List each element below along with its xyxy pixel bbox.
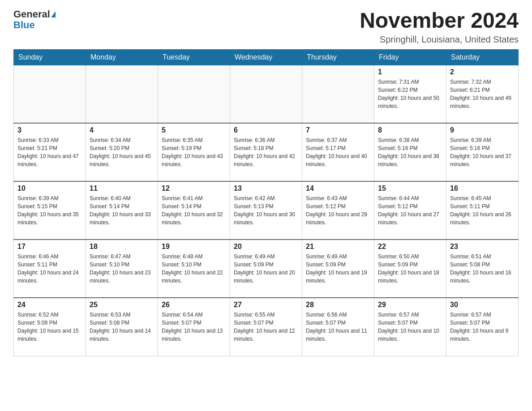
day-number: 21 [306,243,370,251]
day-number: 26 [162,301,226,309]
day-number: 15 [378,184,442,193]
day-number: 20 [234,243,298,251]
day-number: 19 [162,243,226,251]
calendar-header-row: SundayMondayTuesdayWednesdayThursdayFrid… [14,49,519,65]
day-info: Sunrise: 7:32 AMSunset: 6:21 PMDaylight:… [450,78,515,110]
month-year-title: November 2024 [360,9,519,33]
day-info: Sunrise: 6:48 AMSunset: 5:10 PMDaylight:… [162,253,226,285]
weekday-header-thursday: Thursday [302,49,374,65]
weekday-header-tuesday: Tuesday [158,49,230,65]
day-info: Sunrise: 6:45 AMSunset: 5:11 PMDaylight:… [450,194,515,227]
weekday-header-monday: Monday [86,49,158,65]
day-info: Sunrise: 6:34 AMSunset: 5:20 PMDaylight:… [90,136,154,168]
day-number: 16 [450,184,515,193]
calendar-cell: 7Sunrise: 6:37 AMSunset: 5:17 PMDaylight… [302,123,374,181]
calendar-cell: 15Sunrise: 6:44 AMSunset: 5:12 PMDayligh… [374,181,446,240]
day-number: 3 [17,126,82,134]
day-number: 25 [90,301,154,309]
calendar-cell [14,65,86,123]
day-number: 24 [17,301,82,309]
day-info: Sunrise: 6:37 AMSunset: 5:17 PMDaylight:… [306,136,370,168]
day-number: 5 [162,126,226,134]
weekday-header-sunday: Sunday [14,49,86,65]
day-number: 12 [162,184,226,193]
calendar-cell: 20Sunrise: 6:49 AMSunset: 5:09 PMDayligh… [230,240,302,298]
calendar-cell: 19Sunrise: 6:48 AMSunset: 5:10 PMDayligh… [158,240,230,298]
logo-general-text: General [13,9,50,20]
calendar-cell: 10Sunrise: 6:39 AMSunset: 5:15 PMDayligh… [14,181,86,240]
calendar-cell: 2Sunrise: 7:32 AMSunset: 6:21 PMDaylight… [446,65,519,123]
page-header: General Blue November 2024 Springhill, L… [13,9,519,45]
day-info: Sunrise: 6:33 AMSunset: 5:21 PMDaylight:… [17,136,82,168]
calendar-cell: 17Sunrise: 6:46 AMSunset: 5:11 PMDayligh… [14,240,86,298]
calendar-cell [86,65,158,123]
day-number: 18 [90,243,154,251]
calendar-week-row: 10Sunrise: 6:39 AMSunset: 5:15 PMDayligh… [14,181,519,240]
calendar-cell: 28Sunrise: 6:56 AMSunset: 5:07 PMDayligh… [302,298,374,356]
day-info: Sunrise: 6:55 AMSunset: 5:07 PMDaylight:… [234,311,298,343]
day-info: Sunrise: 7:31 AMSunset: 6:22 PMDaylight:… [378,78,442,110]
weekday-header-saturday: Saturday [446,49,519,65]
location-subtitle: Springhill, Louisiana, United States [360,34,519,45]
day-number: 27 [234,301,298,309]
title-block: November 2024 Springhill, Louisiana, Uni… [360,9,519,45]
day-number: 1 [378,68,442,76]
day-info: Sunrise: 6:57 AMSunset: 5:07 PMDaylight:… [450,311,515,343]
day-info: Sunrise: 6:56 AMSunset: 5:07 PMDaylight:… [306,311,370,343]
day-info: Sunrise: 6:42 AMSunset: 5:13 PMDaylight:… [234,194,298,227]
calendar-cell: 29Sunrise: 6:57 AMSunset: 5:07 PMDayligh… [374,298,446,356]
day-info: Sunrise: 6:36 AMSunset: 5:18 PMDaylight:… [234,136,298,168]
calendar-week-row: 3Sunrise: 6:33 AMSunset: 5:21 PMDaylight… [14,123,519,181]
day-info: Sunrise: 6:38 AMSunset: 5:16 PMDaylight:… [378,136,442,168]
day-info: Sunrise: 6:46 AMSunset: 5:11 PMDaylight:… [17,253,82,285]
calendar-cell [302,65,374,123]
calendar-cell: 12Sunrise: 6:41 AMSunset: 5:14 PMDayligh… [158,181,230,240]
day-info: Sunrise: 6:49 AMSunset: 5:09 PMDaylight:… [234,253,298,285]
calendar-cell: 13Sunrise: 6:42 AMSunset: 5:13 PMDayligh… [230,181,302,240]
day-number: 23 [450,243,515,251]
logo-blue-text: Blue [13,20,35,30]
calendar-cell: 4Sunrise: 6:34 AMSunset: 5:20 PMDaylight… [86,123,158,181]
logo: General Blue [13,9,56,30]
day-number: 28 [306,301,370,309]
day-number: 7 [306,126,370,134]
day-info: Sunrise: 6:39 AMSunset: 5:15 PMDaylight:… [17,194,82,227]
calendar-cell: 25Sunrise: 6:53 AMSunset: 5:08 PMDayligh… [86,298,158,356]
calendar-cell: 26Sunrise: 6:54 AMSunset: 5:07 PMDayligh… [158,298,230,356]
day-number: 11 [90,184,154,193]
day-number: 17 [17,243,82,251]
calendar-cell: 18Sunrise: 6:47 AMSunset: 5:10 PMDayligh… [86,240,158,298]
day-info: Sunrise: 6:49 AMSunset: 5:09 PMDaylight:… [306,253,370,285]
calendar-cell: 5Sunrise: 6:35 AMSunset: 5:19 PMDaylight… [158,123,230,181]
day-info: Sunrise: 6:41 AMSunset: 5:14 PMDaylight:… [162,194,226,227]
calendar-cell: 11Sunrise: 6:40 AMSunset: 5:14 PMDayligh… [86,181,158,240]
day-number: 14 [306,184,370,193]
calendar-cell: 30Sunrise: 6:57 AMSunset: 5:07 PMDayligh… [446,298,519,356]
calendar-cell: 24Sunrise: 6:52 AMSunset: 5:08 PMDayligh… [14,298,86,356]
calendar-week-row: 1Sunrise: 7:31 AMSunset: 6:22 PMDaylight… [14,65,519,123]
calendar-cell: 1Sunrise: 7:31 AMSunset: 6:22 PMDaylight… [374,65,446,123]
day-info: Sunrise: 6:53 AMSunset: 5:08 PMDaylight:… [90,311,154,343]
calendar-cell: 6Sunrise: 6:36 AMSunset: 5:18 PMDaylight… [230,123,302,181]
day-info: Sunrise: 6:52 AMSunset: 5:08 PMDaylight:… [17,311,82,343]
day-number: 2 [450,68,515,76]
logo-triangle-icon [51,11,56,17]
day-number: 22 [378,243,442,251]
day-info: Sunrise: 6:50 AMSunset: 5:09 PMDaylight:… [378,253,442,285]
day-info: Sunrise: 6:54 AMSunset: 5:07 PMDaylight:… [162,311,226,343]
calendar-cell: 22Sunrise: 6:50 AMSunset: 5:09 PMDayligh… [374,240,446,298]
calendar-cell [230,65,302,123]
day-number: 10 [17,184,82,193]
day-number: 8 [378,126,442,134]
day-number: 30 [450,301,515,309]
calendar-cell: 27Sunrise: 6:55 AMSunset: 5:07 PMDayligh… [230,298,302,356]
day-number: 29 [378,301,442,309]
calendar-cell: 21Sunrise: 6:49 AMSunset: 5:09 PMDayligh… [302,240,374,298]
day-info: Sunrise: 6:47 AMSunset: 5:10 PMDaylight:… [90,253,154,285]
calendar-week-row: 17Sunrise: 6:46 AMSunset: 5:11 PMDayligh… [14,240,519,298]
calendar-cell: 9Sunrise: 6:39 AMSunset: 5:16 PMDaylight… [446,123,519,181]
calendar-cell: 3Sunrise: 6:33 AMSunset: 5:21 PMDaylight… [14,123,86,181]
calendar-cell [158,65,230,123]
calendar-cell: 23Sunrise: 6:51 AMSunset: 5:08 PMDayligh… [446,240,519,298]
day-number: 9 [450,126,515,134]
